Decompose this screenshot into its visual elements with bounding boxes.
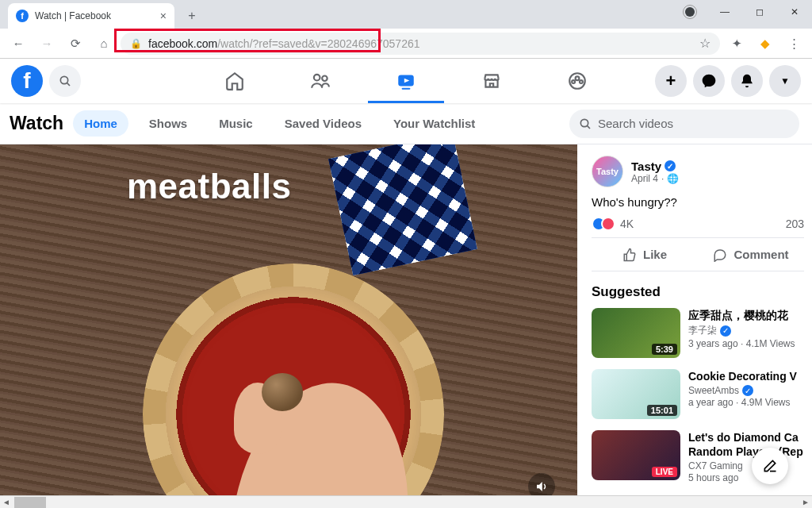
- chrome-menu-icon[interactable]: ⋮: [782, 32, 806, 56]
- facebook-logo-icon[interactable]: f: [11, 65, 43, 97]
- bell-icon: [739, 73, 755, 89]
- minimize-button[interactable]: —: [707, 6, 742, 17]
- svg-rect-6: [402, 88, 411, 90]
- facebook-header: f + ▼: [0, 59, 812, 103]
- nav-watch[interactable]: [366, 59, 446, 103]
- home-button[interactable]: ⌂: [92, 32, 116, 56]
- page-avatar[interactable]: Tasty: [592, 156, 623, 187]
- watch-search-input[interactable]: Search videos: [569, 110, 799, 138]
- messenger-button[interactable]: [693, 65, 725, 97]
- close-window-button[interactable]: ✕: [777, 6, 812, 17]
- volume-icon: [534, 479, 549, 494]
- live-badge: LIVE: [652, 467, 677, 477]
- thumbs-up-icon: [622, 248, 637, 262]
- verified-badge-icon: ✓: [742, 385, 753, 396]
- svg-point-8: [576, 76, 580, 80]
- search-icon: [579, 117, 592, 130]
- svg-line-12: [588, 125, 590, 128]
- close-tab-icon[interactable]: ×: [160, 10, 167, 22]
- compose-icon: [762, 458, 778, 474]
- new-message-fab[interactable]: [752, 448, 788, 484]
- post-caption: Who's hungry??: [592, 195, 807, 209]
- suggested-title: 应季甜点，樱桃的花: [688, 308, 812, 322]
- suggested-item[interactable]: 15:01Cookie Decorating VSweetAmbs ✓a yea…: [592, 369, 812, 419]
- url-text: facebook.com/watch/?ref=saved&v=28024696…: [148, 37, 420, 50]
- groups-icon: [567, 71, 588, 91]
- verified-badge-icon: ✓: [665, 160, 676, 171]
- reactions-row[interactable]: 4K 203: [592, 217, 804, 238]
- reload-button[interactable]: ⟳: [63, 32, 87, 56]
- header-search-button[interactable]: [49, 65, 81, 97]
- svg-point-10: [580, 80, 583, 83]
- suggested-author: 李子柒 ✓: [688, 324, 812, 337]
- create-button[interactable]: +: [655, 65, 687, 97]
- suggested-author: SweetAmbs ✓: [688, 385, 812, 396]
- forward-button[interactable]: →: [35, 32, 59, 56]
- watch-title: Watch: [10, 113, 63, 134]
- messenger-icon: [701, 73, 717, 89]
- lock-icon: 🔒: [130, 38, 142, 49]
- suggested-meta: a year ago · 4.9M Views: [688, 397, 812, 408]
- suggested-info: Let's do Diamond Ca Random Players (RepC…: [688, 430, 812, 483]
- svg-point-0: [60, 76, 67, 83]
- url-bar[interactable]: 🔒 facebook.com/watch/?ref=saved&v=280246…: [121, 33, 720, 55]
- extensions-icon[interactable]: ✦: [725, 32, 749, 56]
- center-nav: [195, 59, 617, 103]
- new-tab-button[interactable]: +: [181, 5, 203, 27]
- post-header: Tasty Tasty ✓ April 4· 🌐: [592, 156, 812, 187]
- marketplace-icon: [481, 71, 502, 91]
- facebook-favicon-icon: f: [16, 10, 29, 22]
- tab-saved-videos[interactable]: Saved Videos: [274, 110, 373, 137]
- nav-marketplace[interactable]: [452, 59, 531, 103]
- back-button[interactable]: ←: [6, 32, 30, 56]
- svg-point-2: [314, 75, 320, 81]
- scroll-left-arrow-icon[interactable]: ◄: [0, 498, 13, 506]
- browser-tab[interactable]: f Watch | Facebook ×: [8, 3, 174, 29]
- suggested-meta: 3 years ago · 4.1M Views: [688, 338, 812, 349]
- suggested-heading: Suggested: [592, 284, 812, 300]
- suggested-item[interactable]: 5:39应季甜点，樱桃的花李子柒 ✓3 years ago · 4.1M Vie…: [592, 308, 812, 358]
- suggested-thumbnail: 5:39: [592, 308, 680, 358]
- horizontal-scrollbar[interactable]: ◄ ►: [0, 495, 812, 508]
- notifications-button[interactable]: [731, 65, 763, 97]
- account-menu-button[interactable]: ▼: [769, 65, 801, 97]
- caret-down-icon: ▼: [780, 75, 790, 87]
- video-prop-meatball: [262, 373, 303, 411]
- suggested-thumbnail: LIVE: [592, 430, 680, 480]
- comment-button[interactable]: Comment: [698, 238, 804, 271]
- nav-home[interactable]: [195, 59, 274, 103]
- video-player[interactable]: meatballs: [0, 144, 577, 508]
- scroll-right-arrow-icon[interactable]: ►: [799, 498, 812, 506]
- page-name-link[interactable]: Tasty ✓: [631, 160, 679, 173]
- nav-friends[interactable]: [281, 59, 360, 103]
- tab-home[interactable]: Home: [73, 110, 128, 137]
- post-timestamp[interactable]: April 4· 🌐: [631, 173, 679, 184]
- friends-icon: [310, 71, 331, 91]
- comment-icon: [713, 248, 727, 262]
- tab-shows[interactable]: Shows: [138, 110, 198, 137]
- like-button[interactable]: Like: [592, 238, 698, 271]
- scroll-thumb[interactable]: [14, 497, 46, 508]
- comment-count: 203: [786, 217, 804, 230]
- home-icon: [224, 71, 245, 91]
- reaction-count: 4K: [620, 217, 634, 230]
- tab-watchlist[interactable]: Your Watchlist: [382, 110, 486, 137]
- suggested-title: Let's do Diamond Ca Random Players (Rep: [688, 430, 812, 459]
- profile-indicator-icon[interactable]: [685, 7, 695, 17]
- nav-groups[interactable]: [538, 59, 617, 103]
- window-controls: — ◻ ✕: [707, 0, 812, 24]
- search-icon: [59, 75, 71, 87]
- video-duration: 5:39: [652, 344, 677, 355]
- svg-line-1: [67, 83, 70, 86]
- star-bookmark-icon[interactable]: ☆: [699, 36, 710, 51]
- extension-pinned-icon[interactable]: ◆: [753, 32, 777, 56]
- maximize-button[interactable]: ◻: [742, 6, 777, 17]
- svg-point-11: [580, 119, 588, 126]
- svg-point-9: [572, 80, 575, 83]
- address-bar-row: ← → ⟳ ⌂ 🔒 facebook.com/watch/?ref=saved&…: [0, 29, 812, 59]
- verified-badge-icon: ✓: [720, 325, 731, 337]
- watch-icon: [396, 71, 416, 91]
- video-duration: 15:01: [647, 405, 677, 416]
- tab-music[interactable]: Music: [208, 110, 264, 137]
- suggested-info: 应季甜点，樱桃的花李子柒 ✓3 years ago · 4.1M Views: [688, 308, 812, 358]
